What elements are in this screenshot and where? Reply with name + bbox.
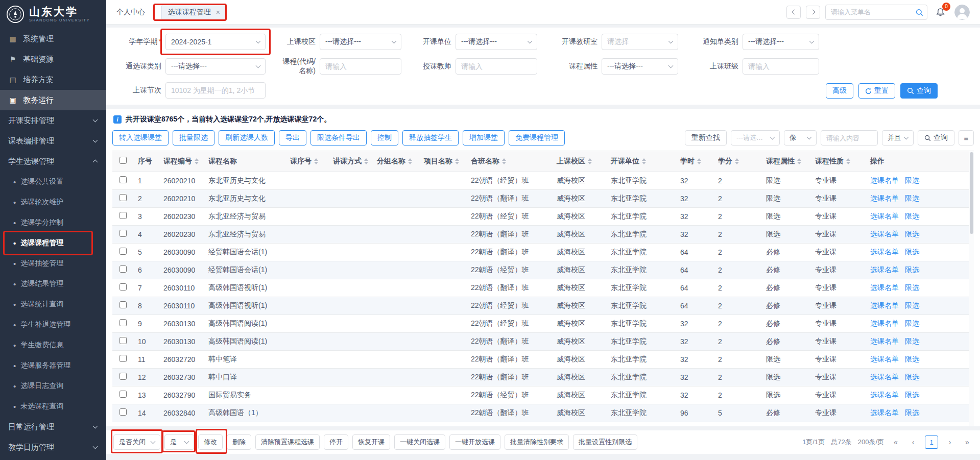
column-header-unit[interactable]: 开课单位 <box>607 151 676 172</box>
row-checkbox[interactable] <box>119 301 127 308</box>
sidebar-item-result-management[interactable]: •选课结果管理 <box>0 274 106 294</box>
research-button[interactable]: 重新查找 <box>685 130 727 146</box>
search-field-select[interactable]: ---请选择-- <box>731 130 780 146</box>
selection-list-link[interactable]: 选课名单 <box>870 301 899 309</box>
column-header-seq[interactable]: 课序号 <box>286 151 329 172</box>
prev-page-button[interactable]: ‹ <box>907 436 919 448</box>
personal-center-link[interactable]: 个人中心 <box>116 8 145 17</box>
sidebar-item-statistics-query[interactable]: •选课统计查询 <box>0 294 106 314</box>
notice-type-select[interactable]: ---请选择--- <box>743 34 819 50</box>
row-checkbox[interactable] <box>119 212 127 219</box>
export-button[interactable]: 导出 <box>279 130 306 146</box>
add-class-button[interactable]: 增加课堂 <box>463 130 505 146</box>
row-checkbox[interactable] <box>119 194 127 201</box>
selection-list-link[interactable]: 选课名单 <box>870 265 899 274</box>
sidebar-item-log-query[interactable]: •选课日志查询 <box>0 376 106 396</box>
limit-link[interactable]: 限选 <box>905 426 919 427</box>
limit-link[interactable]: 限选 <box>905 319 919 327</box>
column-header-combined-class[interactable]: 合班名称 <box>467 151 553 172</box>
sidebar-section[interactable]: ⚑基础资源 <box>0 49 106 69</box>
sidebar-item-server-management[interactable]: •选课服务器管理 <box>0 355 106 376</box>
page-size-select[interactable]: 200条/页 <box>858 438 884 447</box>
limit-link[interactable]: 限选 <box>905 265 919 274</box>
selection-list-link[interactable]: 选课名单 <box>870 337 899 345</box>
column-header-attribute[interactable]: 课程属性 <box>762 151 811 172</box>
row-checkbox[interactable] <box>119 248 127 255</box>
column-header-method[interactable]: 讲课方式 <box>329 151 373 172</box>
batch-limit-button[interactable]: 批量限选 <box>173 130 214 146</box>
select-all-checkbox[interactable] <box>119 157 127 164</box>
sidebar-item-credit-control[interactable]: •选课学分控制 <box>0 212 106 233</box>
batch-clear-gender-requirement-button[interactable]: 批量清除性别要求 <box>505 434 569 450</box>
sidebar-item-unselected-course-query[interactable]: •未选课程查询 <box>0 396 106 417</box>
class-input[interactable] <box>743 58 819 75</box>
close-all-selection-button[interactable]: 一键关闭选课 <box>394 434 445 450</box>
selection-list-link[interactable]: 选课名单 <box>870 212 899 220</box>
column-header-code[interactable]: 课程编号 <box>159 151 204 172</box>
selection-list-link[interactable]: 选课名单 <box>870 283 899 292</box>
row-checkbox[interactable] <box>119 230 127 237</box>
reset-button[interactable]: 重置 <box>858 83 895 99</box>
sidebar-item-course-management[interactable]: •选课课程管理 <box>0 233 106 253</box>
first-page-button[interactable]: « <box>890 436 901 448</box>
next-page-button[interactable]: › <box>944 436 955 448</box>
column-header-credits[interactable]: 学分 <box>714 151 762 172</box>
limit-link[interactable]: 限选 <box>905 212 919 220</box>
vertical-scrollbar[interactable] <box>969 151 974 426</box>
search-button[interactable]: 查询 <box>900 83 938 99</box>
general-course-type-select[interactable]: ---请选择--- <box>165 58 266 75</box>
row-checkbox[interactable] <box>119 283 127 290</box>
delete-button[interactable]: 删除 <box>227 434 251 450</box>
notification-bell[interactable]: 0 <box>936 7 945 18</box>
sidebar-item-round-maintenance[interactable]: •选课轮次维护 <box>0 192 106 212</box>
limit-link[interactable]: 限选 <box>905 230 919 238</box>
nav-back-button[interactable] <box>786 6 801 19</box>
limit-link[interactable]: 限选 <box>905 194 919 202</box>
limit-link[interactable]: 限选 <box>905 301 919 309</box>
limit-link[interactable]: 限选 <box>905 337 919 345</box>
resume-course-button[interactable]: 恢复开课 <box>352 434 390 450</box>
release-lottery-students-button[interactable]: 释放抽签学生 <box>402 130 459 146</box>
limit-link[interactable]: 限选 <box>905 283 919 292</box>
selection-list-link[interactable]: 选课名单 <box>870 355 899 363</box>
limit-link[interactable]: 限选 <box>905 176 919 184</box>
free-course-management-button[interactable]: 免费课程管理 <box>509 130 565 146</box>
tab-close-icon[interactable]: × <box>216 8 220 16</box>
row-checkbox[interactable] <box>119 373 127 380</box>
limit-link[interactable]: 限选 <box>905 355 919 363</box>
column-header-nature[interactable]: 课程性质 <box>811 151 866 172</box>
selection-list-link[interactable]: 选课名单 <box>870 230 899 238</box>
transfer-to-selection-button[interactable]: 转入选课课堂 <box>112 130 169 146</box>
clear-preset-course-selection-button[interactable]: 清除预置课程选课 <box>255 434 320 450</box>
selection-list-link[interactable]: 选课名单 <box>870 373 899 381</box>
limit-condition-export-button[interactable]: 限选条件导出 <box>310 130 367 146</box>
row-checkbox[interactable] <box>119 319 127 326</box>
sidebar-section[interactable]: ▤培养方案 <box>0 69 106 90</box>
selection-list-link[interactable]: 选课名单 <box>870 194 899 202</box>
row-checkbox[interactable] <box>119 355 127 362</box>
column-header-project[interactable]: 项目名称 <box>420 151 467 172</box>
sidebar-group-student-course-selection[interactable]: 学生选课管理 <box>0 151 106 172</box>
row-checkbox[interactable] <box>119 391 127 398</box>
last-page-button[interactable]: » <box>962 436 973 448</box>
sidebar-section[interactable]: ▣教务运行 <box>0 90 106 110</box>
advanced-button[interactable]: 高级 <box>826 83 853 99</box>
selection-list-link[interactable]: 选课名单 <box>870 391 899 399</box>
sidebar-group-daily-operation-management[interactable]: 日常运行管理 <box>0 417 106 437</box>
teaching-office-select[interactable]: 请选择 <box>602 34 678 50</box>
row-checkbox[interactable] <box>119 176 127 183</box>
scrollbar-thumb[interactable] <box>970 152 973 234</box>
teacher-input[interactable] <box>456 58 537 75</box>
offering-unit-select[interactable]: ---请选择--- <box>456 34 537 50</box>
menu-search-input[interactable] <box>825 5 927 20</box>
limit-link[interactable]: 限选 <box>905 408 919 417</box>
selection-list-link[interactable]: 选课名单 <box>870 176 899 184</box>
search-logic-select[interactable]: 并且 <box>882 130 914 146</box>
semester-select[interactable]: 2024-2025-1 <box>165 34 266 50</box>
course-attribute-select[interactable]: ---请选择--- <box>602 58 678 75</box>
sidebar-section[interactable]: ▦系统管理 <box>0 29 106 49</box>
toolbar-search-button[interactable]: 查询 <box>918 130 954 146</box>
row-checkbox[interactable] <box>119 265 127 273</box>
refresh-enrollment-button[interactable]: 刷新选课人数 <box>219 130 275 146</box>
sidebar-group-course-offering-management[interactable]: 开课安排管理 <box>0 110 106 131</box>
